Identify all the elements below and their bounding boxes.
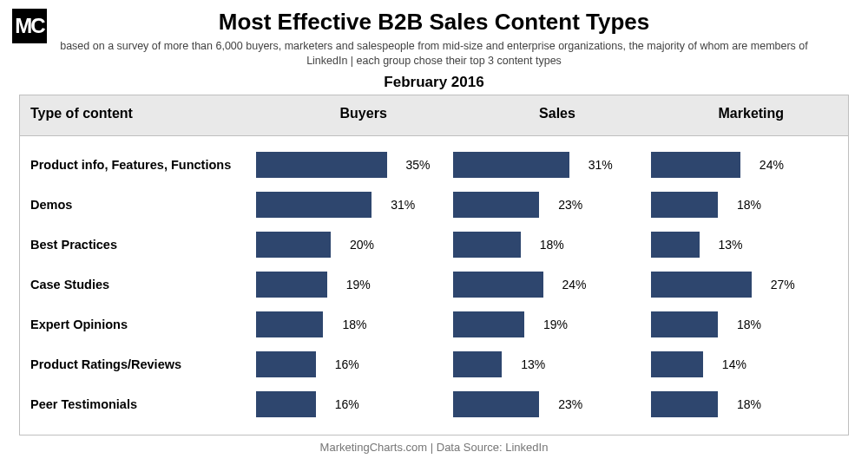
table-row: Expert Opinions18%19%18% [20, 305, 848, 344]
bar [256, 391, 316, 417]
chart-table: Type of content Buyers Sales Marketing P… [19, 95, 849, 436]
bar-value: 31% [391, 198, 415, 212]
bar [651, 391, 718, 417]
bar-value: 14% [722, 357, 746, 371]
bar [256, 192, 372, 218]
bar [453, 232, 520, 258]
bar-value: 20% [350, 238, 374, 252]
bar-cell: 13% [651, 232, 848, 258]
chart-subtitle: based on a survey of more than 6,000 buy… [52, 39, 816, 69]
bar-cell: 18% [651, 391, 848, 417]
bar-cell: 20% [256, 232, 453, 258]
table-row: Best Practices20%18%13% [20, 225, 848, 265]
bar [651, 311, 718, 337]
row-label: Demos [20, 198, 256, 212]
bar-cell: 16% [256, 391, 453, 417]
bar-value: 24% [562, 278, 587, 291]
table-row: Product info, Features, Functions35%31%2… [20, 145, 848, 185]
bar-cell: 13% [453, 351, 650, 377]
bar [651, 152, 740, 178]
bar-cell: 18% [651, 192, 848, 218]
table-header: Type of content Buyers Sales Marketing [20, 95, 848, 136]
bar-cell: 18% [651, 311, 848, 337]
row-label: Best Practices [20, 238, 256, 252]
bar [256, 152, 387, 178]
bar-cell: 18% [453, 232, 650, 258]
bar-value: 18% [737, 318, 761, 331]
bar [256, 232, 331, 258]
bar-value: 19% [543, 318, 568, 331]
bar-value: 13% [719, 238, 743, 252]
row-label: Peer Testimonials [20, 397, 256, 411]
bar-cell: 19% [453, 311, 650, 337]
table-row: Product Ratings/Reviews16%13%14% [20, 344, 848, 384]
title-block: Most Effective B2B Sales Content Types b… [0, 0, 868, 91]
bar-cell: 18% [256, 311, 453, 337]
bar-cell: 35% [256, 152, 453, 178]
bar-cell: 24% [651, 152, 848, 178]
bar [453, 391, 539, 417]
bar-cell: 14% [651, 351, 848, 377]
bar-cell: 23% [453, 192, 650, 218]
bar-value: 18% [737, 397, 761, 411]
bar-value: 16% [335, 397, 359, 411]
bar [453, 311, 524, 337]
bar-value: 18% [540, 238, 564, 252]
table-row: Peer Testimonials16%23%18% [20, 384, 848, 424]
bar-cell: 23% [453, 391, 650, 417]
bar-cell: 16% [256, 351, 453, 377]
chart-footer: MarketingCharts.com | Data Source: Linke… [0, 441, 868, 454]
mc-logo: MC [12, 9, 47, 43]
bar-value: 27% [771, 278, 795, 291]
bar-cell: 31% [453, 152, 650, 178]
bar-cell: 31% [256, 192, 453, 218]
bar [651, 232, 700, 258]
bar-cell: 27% [651, 272, 848, 298]
bar [256, 272, 327, 298]
bar-value: 31% [589, 158, 613, 172]
bar-value: 23% [558, 397, 582, 411]
bar-value: 18% [342, 318, 366, 331]
row-label: Expert Opinions [20, 318, 256, 331]
bar [651, 272, 752, 298]
row-label: Product info, Features, Functions [20, 158, 256, 172]
bar [453, 351, 502, 377]
chart-date: February 2016 [0, 74, 868, 91]
bar-value: 23% [558, 198, 582, 212]
bar-value: 13% [521, 357, 545, 371]
bar [453, 152, 569, 178]
bar [256, 351, 316, 377]
header-sales: Sales [460, 95, 654, 135]
bar-value: 24% [760, 158, 784, 172]
bar-value: 35% [406, 158, 431, 172]
header-marketing: Marketing [654, 95, 848, 135]
header-type-of-content: Type of content [20, 95, 266, 135]
row-label: Case Studies [20, 278, 256, 291]
bar-cell: 24% [453, 272, 650, 298]
bar-value: 18% [737, 198, 761, 212]
header-buyers: Buyers [266, 95, 460, 135]
bar-value: 19% [346, 278, 371, 291]
bar [256, 311, 323, 337]
chart-title: Most Effective B2B Sales Content Types [0, 9, 868, 36]
bar-cell: 19% [256, 272, 453, 298]
bar [453, 272, 542, 298]
row-label: Product Ratings/Reviews [20, 357, 256, 371]
bar [651, 192, 718, 218]
table-row: Case Studies19%24%27% [20, 265, 848, 305]
bar [453, 192, 539, 218]
bar [651, 351, 703, 377]
table-row: Demos31%23%18% [20, 185, 848, 225]
bar-value: 16% [335, 357, 359, 371]
table-body: Product info, Features, Functions35%31%2… [20, 136, 848, 435]
